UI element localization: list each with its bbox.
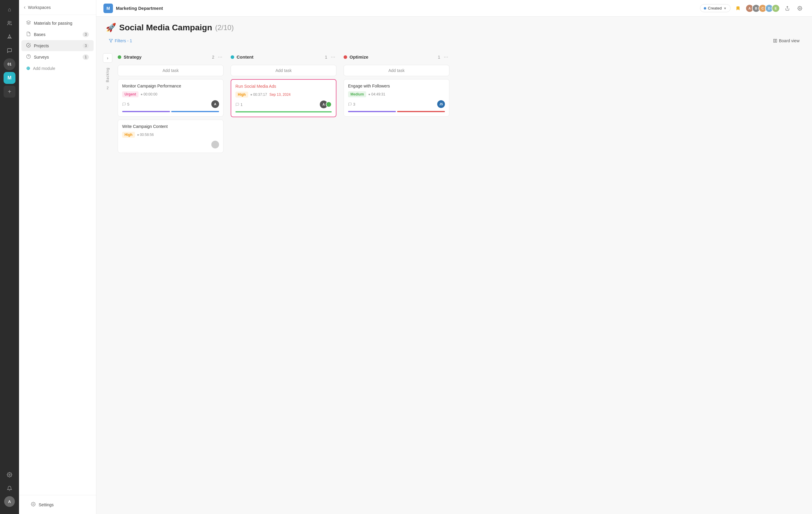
strategy-column: Strategy 2 ··· Add task Monitor Campaign… bbox=[114, 49, 227, 508]
engage-comment-count: 3 bbox=[353, 102, 355, 107]
content-add-task-button[interactable]: Add task bbox=[231, 65, 337, 76]
chat-icon[interactable] bbox=[4, 45, 16, 56]
materials-label: Materials for passing bbox=[34, 21, 89, 26]
filter-button[interactable]: Filters - 1 bbox=[106, 36, 135, 45]
progress-bar-purple bbox=[122, 111, 170, 112]
sidebar-workspaces[interactable]: ‹ Workspaces bbox=[19, 0, 96, 15]
timer-dot-4 bbox=[369, 94, 370, 95]
topbar-workspace: M Marketing Department bbox=[104, 4, 696, 13]
task-run-ads-priority: High bbox=[235, 91, 248, 98]
content-menu-icon[interactable]: ··· bbox=[329, 53, 337, 61]
progress-bar-purple-2 bbox=[348, 111, 396, 112]
page-count: (2/10) bbox=[215, 24, 234, 32]
gear-topbar-icon[interactable] bbox=[795, 3, 805, 13]
settings-footer-icon bbox=[31, 502, 36, 508]
backlog-count: 2 bbox=[107, 86, 109, 90]
topbar: M Marketing Department Created ▼ A B C D… bbox=[96, 0, 812, 17]
rocket-icon[interactable] bbox=[4, 31, 16, 43]
task-write-meta: High 00:58:56 bbox=[122, 132, 219, 138]
sidebar-item-projects[interactable]: Projects 3 bbox=[21, 40, 94, 51]
chevron-down-icon: ▼ bbox=[723, 6, 727, 10]
sidebar-footer: Settings bbox=[19, 495, 96, 514]
page-header: 🚀 Social Media Campaign (2/10) Filters -… bbox=[96, 17, 812, 49]
task-run-ads-title: Run Social Media Ads bbox=[235, 84, 332, 89]
task-run-ads-meta: High 00:37:17 Sep 13, 2024 bbox=[235, 91, 332, 98]
avatar-5[interactable]: E bbox=[772, 4, 780, 12]
optimize-add-task-button[interactable]: Add task bbox=[344, 65, 450, 76]
task-engage-comments: 3 bbox=[348, 102, 355, 107]
icon-bar-bottom: A bbox=[4, 469, 16, 510]
workspaces-label: Workspaces bbox=[28, 5, 51, 10]
svg-point-0 bbox=[8, 21, 10, 23]
main-content: M Marketing Department Created ▼ A B C D… bbox=[96, 0, 812, 514]
share-icon[interactable] bbox=[782, 3, 792, 13]
task-write-footer bbox=[122, 141, 219, 148]
projects-count: 3 bbox=[83, 43, 89, 49]
add-workspace-icon[interactable]: + bbox=[4, 86, 16, 98]
backlog-label: Backlog bbox=[106, 67, 110, 82]
progress-bar-blue bbox=[171, 111, 219, 112]
progress-bar-red bbox=[397, 111, 445, 112]
sidebar-item-bases[interactable]: Bases 3 bbox=[21, 29, 94, 40]
strategy-count: 2 bbox=[212, 55, 214, 59]
strategy-add-task-button[interactable]: Add task bbox=[118, 65, 224, 76]
task-engage-avatar: JS bbox=[437, 100, 445, 108]
home-icon[interactable]: ⌂ bbox=[4, 4, 16, 16]
task-monitor[interactable]: Monitor Campaign Performance Urgent 00:0… bbox=[118, 79, 224, 116]
svg-point-3 bbox=[26, 54, 30, 58]
strategy-dot bbox=[118, 55, 121, 59]
settings-icon[interactable] bbox=[4, 469, 16, 481]
brand-m-icon[interactable]: M bbox=[4, 72, 16, 84]
svg-marker-8 bbox=[109, 39, 113, 43]
task-run-ads-footer: 1 A bbox=[235, 101, 332, 108]
board-view-button[interactable]: Board view bbox=[770, 36, 803, 45]
content-dot bbox=[231, 55, 234, 59]
task-engage-title: Engage with Followers bbox=[348, 84, 445, 88]
bell-icon[interactable] bbox=[4, 483, 16, 494]
progress-bar-green bbox=[235, 111, 332, 112]
task-run-ads-comments: 1 bbox=[235, 102, 242, 107]
optimize-menu-icon[interactable]: ··· bbox=[442, 53, 450, 61]
task-write[interactable]: Write Campaign Content High 00:58:56 bbox=[118, 119, 224, 153]
sidebar-item-materials[interactable]: Materials for passing bbox=[21, 18, 94, 29]
sidebar-item-surveys[interactable]: Surveys 1 bbox=[21, 51, 94, 62]
backlog-toggle[interactable]: › bbox=[103, 53, 112, 63]
strategy-menu-icon[interactable]: ··· bbox=[217, 53, 224, 61]
circle-01-icon[interactable]: 01 bbox=[4, 58, 16, 70]
users-icon[interactable] bbox=[4, 17, 16, 29]
surveys-label: Surveys bbox=[34, 55, 80, 59]
task-engage[interactable]: Engage with Followers Medium 04:49:31 3 … bbox=[344, 79, 450, 116]
task-run-ads-timer: 00:37:17 bbox=[251, 92, 267, 97]
task-monitor-progress bbox=[122, 111, 219, 112]
task-run-ads[interactable]: Run Social Media Ads High 00:37:17 Sep 1… bbox=[231, 79, 337, 117]
svg-rect-10 bbox=[776, 39, 777, 43]
task-run-ads-progress bbox=[235, 111, 332, 112]
task-engage-progress bbox=[348, 111, 445, 112]
task-write-timer: 00:58:56 bbox=[137, 133, 154, 137]
task-monitor-meta: Urgent 00:00:00 bbox=[122, 91, 219, 97]
timer-dot-3 bbox=[251, 94, 252, 96]
svg-rect-9 bbox=[773, 39, 775, 43]
svg-point-5 bbox=[33, 504, 34, 505]
optimize-column: Optimize 1 ··· Add task Engage with Foll… bbox=[340, 49, 453, 508]
optimize-dot bbox=[344, 55, 347, 59]
status-badge[interactable]: Created ▼ bbox=[700, 4, 730, 12]
sidebar-nav: Materials for passing Bases 3 Projects 3… bbox=[19, 15, 96, 495]
surveys-count: 1 bbox=[83, 54, 89, 60]
icon-bar: ⌂ 01 M + A bbox=[0, 0, 19, 514]
task-write-title: Write Campaign Content bbox=[122, 124, 219, 129]
board: › Backlog 2 Strategy 2 ··· Add task Moni… bbox=[96, 49, 812, 514]
add-module-btn[interactable]: ⊕ Add module bbox=[21, 63, 94, 74]
backlog-column: › Backlog 2 bbox=[101, 49, 114, 508]
check-circle-icon bbox=[26, 43, 31, 49]
page-title: 🚀 Social Media Campaign (2/10) bbox=[106, 23, 803, 32]
timer-dot bbox=[141, 94, 142, 95]
user-avatar[interactable]: A bbox=[4, 496, 15, 507]
bases-label: Bases bbox=[34, 32, 80, 37]
strategy-col-header: Strategy 2 ··· bbox=[118, 53, 224, 61]
timer-dot-2 bbox=[137, 134, 139, 136]
settings-nav-item[interactable]: Settings bbox=[26, 499, 89, 510]
workspace-icon: M bbox=[104, 4, 113, 13]
bookmark-icon[interactable] bbox=[733, 3, 743, 13]
task-monitor-timer: 00:00:00 bbox=[141, 92, 157, 97]
